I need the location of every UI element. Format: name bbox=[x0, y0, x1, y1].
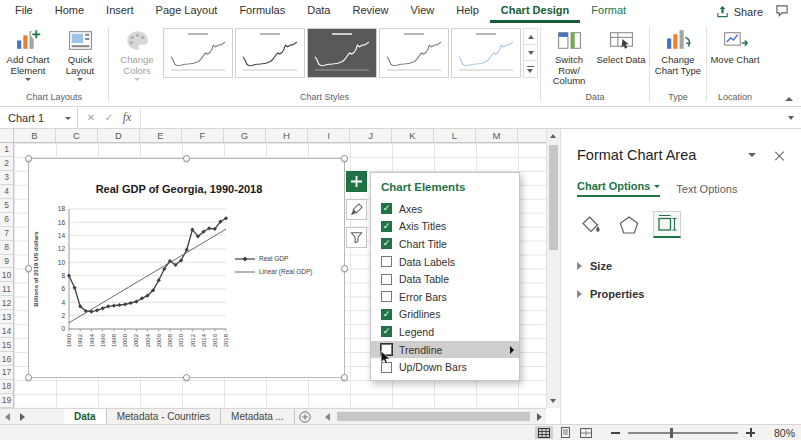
sheet-tab-metadata-countries[interactable]: Metadata - Countries bbox=[107, 409, 221, 424]
ribbon-tab-formulas[interactable]: Formulas bbox=[228, 0, 296, 23]
row-header-8[interactable]: 8 bbox=[0, 241, 13, 255]
chart-selection-handle[interactable] bbox=[25, 265, 32, 272]
chart-element-item-axes[interactable]: ✓Axes bbox=[371, 200, 519, 218]
sheet-nav-left-button[interactable] bbox=[0, 409, 15, 424]
checkbox-legend[interactable]: ✓ bbox=[381, 326, 392, 337]
row-header-15[interactable]: 15 bbox=[0, 338, 13, 352]
ribbon-tab-format[interactable]: Format bbox=[580, 0, 637, 23]
row-header-18[interactable]: 18 bbox=[0, 380, 13, 394]
normal-view-button[interactable] bbox=[535, 426, 553, 439]
sheet-tab-metadata[interactable]: Metadata ... bbox=[221, 409, 295, 424]
chart-elements-button[interactable] bbox=[346, 171, 367, 192]
chart-selection-handle[interactable] bbox=[25, 374, 32, 381]
sheet-tab-data[interactable]: Data bbox=[64, 409, 107, 424]
add-chart-element-button[interactable]: Add Chart Element bbox=[2, 24, 54, 90]
row-header-6[interactable]: 6 bbox=[0, 213, 13, 227]
row-header-13[interactable]: 13 bbox=[0, 310, 13, 324]
section-size[interactable]: Size bbox=[577, 260, 785, 272]
ribbon-tab-insert[interactable]: Insert bbox=[95, 0, 145, 23]
size-properties-button[interactable] bbox=[653, 211, 681, 238]
chart-element-item-trendline[interactable]: Trendline bbox=[371, 341, 519, 359]
expand-formula-bar-button[interactable] bbox=[781, 107, 801, 128]
chart-selection-handle[interactable] bbox=[183, 155, 190, 162]
scroll-down-icon[interactable] bbox=[550, 399, 556, 403]
ribbon-tab-view[interactable]: View bbox=[400, 0, 446, 23]
section-properties[interactable]: Properties bbox=[577, 288, 785, 300]
insert-function-button[interactable]: fx bbox=[118, 110, 136, 125]
column-header-h[interactable]: H bbox=[266, 129, 308, 142]
zoom-in-button[interactable] bbox=[746, 428, 755, 437]
zoom-slider-thumb[interactable] bbox=[670, 428, 673, 438]
row-header-4[interactable]: 4 bbox=[0, 185, 13, 199]
submenu-arrow-icon[interactable] bbox=[510, 346, 514, 354]
horizontal-scrollbar[interactable] bbox=[321, 409, 546, 424]
zoom-level[interactable]: 80% bbox=[765, 427, 795, 439]
share-button[interactable]: Share bbox=[716, 5, 763, 18]
chart-element-item-up-down-bars[interactable]: Up/Down Bars bbox=[371, 358, 519, 376]
enter-button[interactable]: ✓ bbox=[100, 112, 118, 123]
pane-close-icon[interactable] bbox=[774, 150, 785, 161]
chart-style-thumbnail-2[interactable] bbox=[235, 28, 305, 78]
name-box[interactable]: Chart 1 bbox=[0, 107, 78, 128]
column-header-k[interactable]: K bbox=[392, 129, 434, 142]
chart-selection-handle[interactable] bbox=[183, 374, 190, 381]
effects-button[interactable] bbox=[615, 211, 643, 238]
checkbox-error-bars[interactable] bbox=[381, 291, 392, 302]
chart-selection-handle[interactable] bbox=[341, 155, 348, 162]
row-header-7[interactable]: 7 bbox=[0, 227, 13, 241]
chart-selection-handle[interactable] bbox=[341, 374, 348, 381]
row-header-12[interactable]: 12 bbox=[0, 296, 13, 310]
change-chart-type-button[interactable]: Change Chart Type bbox=[652, 24, 704, 90]
chevron-right-icon[interactable] bbox=[537, 413, 542, 421]
chart-style-thumbnail-3[interactable] bbox=[307, 28, 377, 78]
row-header-14[interactable]: 14 bbox=[0, 324, 13, 338]
gallery-down-button[interactable] bbox=[524, 45, 537, 61]
zoom-out-button[interactable] bbox=[611, 432, 620, 434]
chart-styles-button[interactable] bbox=[346, 199, 367, 220]
quick-layout-button[interactable]: Quick Layout bbox=[54, 24, 106, 90]
ribbon-tab-page-layout[interactable]: Page Layout bbox=[145, 0, 229, 23]
new-sheet-button[interactable] bbox=[295, 409, 315, 424]
column-header-g[interactable]: G bbox=[224, 129, 266, 142]
column-header-j[interactable]: J bbox=[350, 129, 392, 142]
gallery-up-button[interactable] bbox=[524, 29, 537, 45]
comments-button[interactable] bbox=[775, 4, 789, 19]
select-data-button[interactable]: Select Data bbox=[595, 24, 647, 90]
chart-object[interactable]: 0246810121416181990199219941996199820002… bbox=[28, 158, 345, 378]
chart-element-item-chart-title[interactable]: ✓Chart Title bbox=[371, 235, 519, 253]
checkbox-axes[interactable]: ✓ bbox=[381, 203, 392, 214]
vertical-scrollbar-thumb[interactable] bbox=[549, 145, 558, 250]
zoom-slider[interactable] bbox=[628, 432, 738, 434]
chart-element-item-data-table[interactable]: Data Table bbox=[371, 270, 519, 288]
chevron-left-icon[interactable] bbox=[325, 413, 330, 421]
checkbox-data-table[interactable] bbox=[381, 274, 392, 285]
column-header-d[interactable]: D bbox=[98, 129, 140, 142]
switch-row-column-button[interactable]: Switch Row/ Column bbox=[543, 24, 595, 90]
checkbox-data-labels[interactable] bbox=[381, 256, 392, 267]
ribbon-tab-file[interactable]: File bbox=[4, 0, 44, 23]
tab-text-options[interactable]: Text Options bbox=[676, 183, 737, 195]
select-all-corner[interactable] bbox=[0, 129, 14, 143]
checkbox-chart-title[interactable]: ✓ bbox=[381, 238, 392, 249]
row-header-19[interactable]: 19 bbox=[0, 394, 13, 408]
chart-selection-handle[interactable] bbox=[25, 155, 32, 162]
horizontal-scrollbar-thumb[interactable] bbox=[337, 412, 530, 421]
column-header-b[interactable]: B bbox=[14, 129, 56, 142]
chart-filters-button[interactable] bbox=[346, 227, 367, 248]
row-header-10[interactable]: 10 bbox=[0, 268, 13, 282]
chart-element-item-axis-titles[interactable]: ✓Axis Titles bbox=[371, 218, 519, 236]
row-header-11[interactable]: 11 bbox=[0, 282, 13, 296]
chart-element-item-data-labels[interactable]: Data Labels bbox=[371, 253, 519, 271]
gallery-more-button[interactable] bbox=[524, 61, 537, 77]
ribbon-tab-chart-design[interactable]: Chart Design bbox=[490, 0, 580, 23]
vertical-scrollbar[interactable] bbox=[546, 129, 560, 408]
row-header-16[interactable]: 16 bbox=[0, 352, 13, 366]
tab-chart-options[interactable]: Chart Options bbox=[577, 180, 660, 197]
change-colors-button[interactable]: Change Colors bbox=[111, 24, 163, 90]
row-header-9[interactable]: 9 bbox=[0, 255, 13, 269]
row-header-3[interactable]: 3 bbox=[0, 171, 13, 185]
chart-style-thumbnail-5[interactable] bbox=[451, 28, 521, 78]
ribbon-tab-review[interactable]: Review bbox=[341, 0, 399, 23]
chart-element-item-error-bars[interactable]: Error Bars bbox=[371, 288, 519, 306]
chart-selection-handle[interactable] bbox=[341, 265, 348, 272]
